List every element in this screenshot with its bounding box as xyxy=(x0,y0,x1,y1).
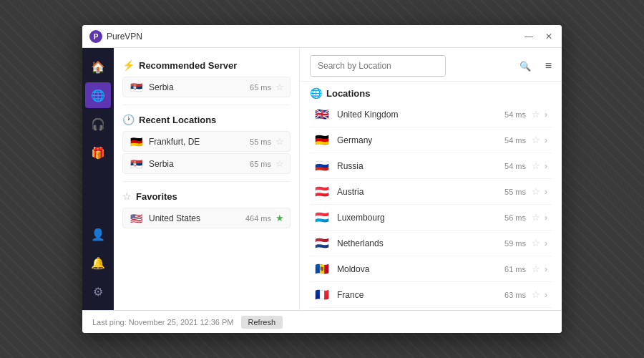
user-icon: 👤 xyxy=(91,228,105,241)
locations-section-header: 🌐 Locations xyxy=(300,82,562,102)
divider-1 xyxy=(122,105,291,105)
sidebar-item-account[interactable]: 👤 xyxy=(85,221,111,247)
purevpn-logo-icon: P xyxy=(89,30,102,43)
recent-server-ping-0: 55 ms xyxy=(250,137,271,146)
right-header: 🔍 ≡ xyxy=(300,48,562,82)
location-star-1[interactable]: ☆ xyxy=(532,135,540,145)
sidebar-item-locations[interactable]: 🌐 xyxy=(85,82,111,108)
lu-flag: 🇱🇺 xyxy=(314,211,330,224)
location-name-4: Luxembourg xyxy=(337,213,504,223)
recent-server-ping-1: 65 ms xyxy=(250,160,271,168)
fr-flag: 🇫🇷 xyxy=(314,288,330,301)
divider-2 xyxy=(122,181,291,182)
favorites-server-ping-0: 464 ms xyxy=(245,214,271,223)
sidebar: 🏠 🌐 🎧 🎁 👤 🔔 ⚙ xyxy=(82,48,114,310)
at-flag: 🇦🇹 xyxy=(314,185,330,198)
serbia-flag-recommended: 🇷🇸 xyxy=(129,82,143,92)
chevron-icon-1: › xyxy=(545,135,547,145)
location-item-1[interactable]: 🇩🇪 Germany 54 ms ☆ › xyxy=(310,127,552,153)
chevron-icon-4: › xyxy=(545,213,547,223)
search-icon: 🔍 xyxy=(519,61,531,72)
germany-flag-recent: 🇩🇪 xyxy=(129,137,143,147)
sidebar-item-home[interactable]: 🏠 xyxy=(85,54,111,79)
locations-globe-icon: 🌐 xyxy=(310,87,322,99)
favorites-server-name-0: United States xyxy=(149,213,245,223)
chevron-icon-5: › xyxy=(545,238,547,248)
location-ping-7: 63 ms xyxy=(504,291,526,299)
ru-flag: 🇷🇺 xyxy=(314,159,330,173)
recent-server-star-1[interactable]: ☆ xyxy=(275,158,284,169)
location-star-6[interactable]: ☆ xyxy=(532,263,540,274)
home-icon: 🏠 xyxy=(91,60,105,74)
location-star-0[interactable]: ☆ xyxy=(532,109,540,120)
recent-header: 🕐 Recent Locations xyxy=(122,114,291,125)
sidebar-item-support[interactable]: 🎧 xyxy=(85,111,111,137)
locations-title: Locations xyxy=(326,88,370,99)
location-name-5: Netherlands xyxy=(337,238,504,248)
location-item-0[interactable]: 🇬🇧 United Kingdom 54 ms ☆ › xyxy=(310,102,552,127)
location-star-4[interactable]: ☆ xyxy=(532,212,540,223)
chevron-icon-6: › xyxy=(545,264,547,274)
location-name-7: France xyxy=(337,290,504,300)
left-panel: ⚡ Recommended Server 🇷🇸 Serbia 65 ms ☆ 🕐… xyxy=(114,48,300,310)
location-ping-2: 54 ms xyxy=(504,162,526,170)
svg-text:P: P xyxy=(94,33,99,41)
location-item-6[interactable]: 🇲🇩 Moldova 61 ms ☆ › xyxy=(310,256,552,282)
location-star-7[interactable]: ☆ xyxy=(532,289,540,300)
chevron-icon-0: › xyxy=(545,110,547,120)
favorites-server-star-0[interactable]: ★ xyxy=(275,213,284,223)
recommended-server-ping: 65 ms xyxy=(250,83,271,92)
location-ping-6: 61 ms xyxy=(504,265,526,274)
uk-flag: 🇬🇧 xyxy=(314,107,330,121)
chevron-icon-3: › xyxy=(545,187,547,197)
location-star-2[interactable]: ☆ xyxy=(532,160,540,171)
location-item-2[interactable]: 🇷🇺 Russia 54 ms ☆ › xyxy=(310,153,552,179)
recent-item-1[interactable]: 🇷🇸 Serbia 65 ms ☆ xyxy=(122,153,291,174)
recommended-server-item[interactable]: 🇷🇸 Serbia 65 ms ☆ xyxy=(122,77,291,97)
location-ping-3: 55 ms xyxy=(504,188,526,196)
location-name-3: Austria xyxy=(337,187,504,197)
favorites-item-0[interactable]: 🇺🇸 United States 464 ms ★ xyxy=(122,208,291,228)
sidebar-item-notifications[interactable]: 🔔 xyxy=(85,250,111,276)
refresh-button[interactable]: Refresh xyxy=(241,316,283,329)
location-ping-1: 54 ms xyxy=(504,136,526,145)
location-ping-0: 54 ms xyxy=(504,110,526,119)
close-button[interactable]: ✕ xyxy=(543,32,555,42)
recent-item-0[interactable]: 🇩🇪 Frankfurt, DE 55 ms ☆ xyxy=(122,131,291,152)
app-window: P PureVPN — ✕ 🏠 🌐 🎧 🎁 👤 xyxy=(82,25,562,333)
lightning-icon: ⚡ xyxy=(122,59,135,71)
app-logo: P PureVPN xyxy=(89,30,142,43)
serbia-flag-recent: 🇷🇸 xyxy=(129,159,143,169)
right-panel: 🔍 ≡ 🌐 Locations 🇬🇧 United Kingdom 54 ms … xyxy=(300,48,562,310)
search-wrapper: 🔍 xyxy=(310,55,537,77)
globe-nav-icon: 🌐 xyxy=(91,89,105,102)
location-ping-5: 59 ms xyxy=(504,239,526,248)
minimize-button[interactable]: — xyxy=(523,32,535,42)
location-item-5[interactable]: 🇳🇱 Netherlands 59 ms ☆ › xyxy=(310,231,552,256)
recommended-server-star[interactable]: ☆ xyxy=(275,82,284,92)
location-star-3[interactable]: ☆ xyxy=(532,186,540,197)
location-star-5[interactable]: ☆ xyxy=(532,238,540,248)
filter-icon[interactable]: ≡ xyxy=(545,59,552,72)
recent-server-star-0[interactable]: ☆ xyxy=(275,136,284,147)
star-section-icon: ☆ xyxy=(122,190,132,202)
gear-icon: ⚙ xyxy=(93,285,103,299)
search-input[interactable] xyxy=(310,55,446,77)
titlebar: P PureVPN — ✕ xyxy=(82,25,562,48)
sidebar-item-offers[interactable]: 🎁 xyxy=(85,140,111,165)
location-item-7[interactable]: 🇫🇷 France 63 ms ☆ › xyxy=(310,282,552,308)
sidebar-item-settings[interactable]: ⚙ xyxy=(85,279,111,304)
location-name-0: United Kingdom xyxy=(337,110,504,120)
location-item-4[interactable]: 🇱🇺 Luxembourg 56 ms ☆ › xyxy=(310,205,552,231)
locations-list: 🇬🇧 United Kingdom 54 ms ☆ › 🇩🇪 Germany 5… xyxy=(300,102,562,310)
nl-flag: 🇳🇱 xyxy=(314,236,330,250)
app-title: PureVPN xyxy=(107,32,142,42)
window-controls: — ✕ xyxy=(523,32,555,42)
gift-icon: 🎁 xyxy=(91,146,105,160)
clock-icon: 🕐 xyxy=(122,114,135,125)
chevron-icon-2: › xyxy=(545,161,547,171)
recommended-server-name: Serbia xyxy=(149,82,250,92)
recent-server-name-0: Frankfurt, DE xyxy=(149,137,250,147)
location-item-3[interactable]: 🇦🇹 Austria 55 ms ☆ › xyxy=(310,179,552,205)
location-name-6: Moldova xyxy=(337,264,504,274)
